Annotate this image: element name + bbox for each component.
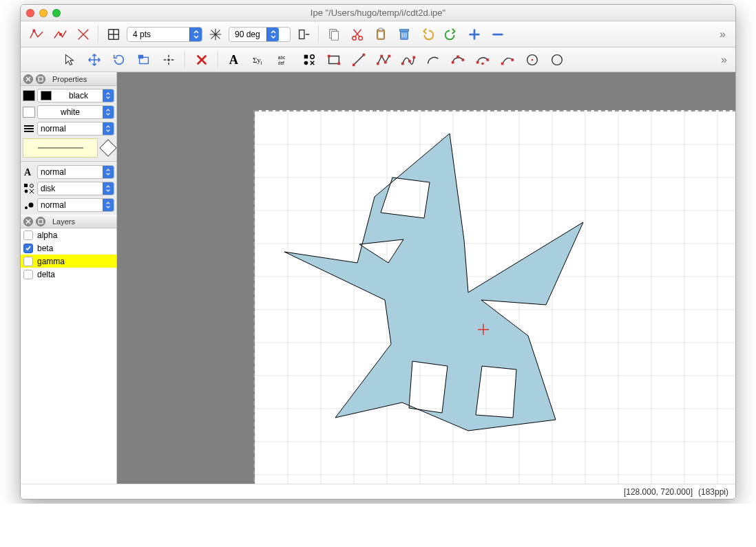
paste-button[interactable] bbox=[370, 25, 391, 44]
svg-point-59 bbox=[25, 206, 28, 209]
angle-snap-value: 90 deg bbox=[229, 30, 266, 39]
delete-object-button[interactable] bbox=[191, 50, 212, 69]
move-mode-button[interactable] bbox=[84, 50, 105, 69]
stroke-color-swatch[interactable] bbox=[23, 90, 35, 101]
svg-point-58 bbox=[25, 190, 28, 193]
toolbar-separator bbox=[218, 51, 219, 69]
undo-button[interactable] bbox=[417, 25, 438, 44]
math-label-button[interactable]: Σyi bbox=[249, 50, 270, 69]
angle-snap-select[interactable]: 90 deg bbox=[229, 27, 291, 42]
line-style-select[interactable]: normal bbox=[37, 122, 114, 136]
svg-point-49 bbox=[552, 54, 563, 65]
mark-shape-select[interactable]: disk bbox=[37, 182, 114, 195]
dropdown-arrow-icon bbox=[266, 28, 279, 41]
mark-button[interactable] bbox=[299, 50, 319, 69]
mark-size-value: normal bbox=[38, 200, 103, 210]
layer-name-label: gamma bbox=[37, 257, 65, 266]
status-coordinates: [128.000, 720.000] bbox=[624, 487, 693, 497]
app-window: Ipe "/Users/hugo/temp/i/cdt2d.ipe" 4 pts… bbox=[20, 4, 736, 500]
snap-auto-angular-button[interactable] bbox=[293, 25, 314, 44]
svg-line-29 bbox=[354, 54, 364, 65]
paragraph-button[interactable]: abcdef bbox=[274, 50, 295, 69]
arc-3points-button[interactable] bbox=[448, 50, 468, 69]
layer-name-label: delta bbox=[37, 270, 55, 279]
line-button[interactable] bbox=[348, 50, 369, 69]
panel-close-button[interactable] bbox=[23, 217, 33, 226]
canvas-svg bbox=[255, 111, 735, 484]
dropdown-arrow-icon bbox=[189, 28, 202, 41]
panel-popout-button[interactable] bbox=[36, 217, 45, 226]
layer-visibility-checkbox[interactable] bbox=[23, 270, 33, 279]
properties-panel: black white normal bbox=[21, 86, 116, 215]
spline-button[interactable] bbox=[398, 50, 419, 69]
status-bar: [128.000, 720.000] (183ppi) bbox=[21, 484, 735, 499]
svg-rect-4 bbox=[300, 30, 304, 39]
svg-point-60 bbox=[29, 203, 34, 208]
line-style-icon bbox=[23, 123, 35, 134]
layer-visibility-checkbox[interactable] bbox=[23, 244, 33, 253]
mode-toolbar-overflow-button[interactable]: » bbox=[717, 54, 731, 66]
rectangle-button[interactable] bbox=[324, 50, 344, 69]
status-ppi: (183ppi) bbox=[698, 487, 728, 497]
layer-row[interactable]: beta bbox=[21, 242, 116, 255]
text-style-value: normal bbox=[38, 167, 103, 177]
copy-button[interactable] bbox=[324, 25, 344, 44]
snap-angular-button[interactable] bbox=[205, 25, 226, 44]
svg-point-17 bbox=[167, 58, 170, 61]
mark-size-select[interactable]: normal bbox=[37, 198, 114, 212]
zoom-out-button[interactable] bbox=[487, 25, 508, 44]
text-style-select[interactable]: normal bbox=[37, 165, 114, 179]
svg-rect-11 bbox=[379, 28, 383, 30]
snap-intersection-button[interactable] bbox=[73, 25, 94, 44]
titlebar: Ipe "/Users/hugo/temp/i/cdt2d.ipe" bbox=[21, 5, 735, 21]
svg-rect-50 bbox=[39, 77, 43, 81]
cut-button[interactable] bbox=[347, 25, 368, 44]
arc-center-button[interactable] bbox=[472, 50, 493, 69]
layers-panel-header: Layers bbox=[21, 215, 116, 228]
svg-rect-16 bbox=[138, 54, 143, 58]
polygon-shape[interactable] bbox=[284, 133, 583, 431]
layer-row[interactable]: gamma bbox=[21, 255, 116, 268]
svg-rect-37 bbox=[408, 60, 411, 63]
redo-button[interactable] bbox=[441, 25, 461, 44]
layer-name-label: alpha bbox=[37, 230, 57, 240]
fill-color-select[interactable]: white bbox=[37, 105, 114, 119]
fill-color-swatch[interactable] bbox=[23, 107, 35, 118]
text-label-button[interactable]: A bbox=[224, 50, 245, 69]
window-title: Ipe "/Users/hugo/temp/i/cdt2d.ipe" bbox=[21, 8, 735, 18]
snap-control-point-button[interactable] bbox=[50, 25, 70, 44]
stretch-mode-button[interactable] bbox=[134, 50, 154, 69]
svg-point-57 bbox=[30, 184, 34, 188]
zoom-in-button[interactable] bbox=[464, 25, 485, 44]
svg-rect-27 bbox=[328, 54, 330, 57]
circle-center-button[interactable] bbox=[522, 50, 543, 69]
panel-close-button[interactable] bbox=[23, 74, 33, 84]
circle-3points-button[interactable] bbox=[547, 50, 567, 69]
arc-button[interactable] bbox=[423, 50, 443, 69]
snap-vertex-button[interactable] bbox=[26, 25, 47, 44]
toolbar-overflow-button[interactable]: » bbox=[715, 28, 730, 41]
svg-rect-61 bbox=[39, 219, 43, 224]
pan-mode-button[interactable] bbox=[158, 50, 179, 69]
layer-row[interactable]: delta bbox=[21, 268, 116, 281]
dropdown-arrow-icon bbox=[103, 106, 114, 118]
svg-point-25 bbox=[304, 61, 308, 65]
rotate-mode-button[interactable] bbox=[109, 50, 129, 69]
delete-button[interactable] bbox=[394, 25, 414, 44]
layer-row[interactable]: alpha bbox=[21, 228, 116, 242]
layer-visibility-checkbox[interactable] bbox=[23, 230, 33, 240]
snap-grid-button[interactable] bbox=[103, 25, 124, 44]
stroke-color-select[interactable]: black bbox=[37, 89, 114, 103]
arc-tangent-button[interactable] bbox=[497, 50, 518, 69]
sidebar: Properties black white bbox=[21, 72, 117, 484]
toolbar-separator bbox=[185, 51, 186, 69]
select-mode-button[interactable] bbox=[59, 50, 80, 69]
line-preview[interactable] bbox=[23, 138, 98, 158]
arrow-style-button[interactable] bbox=[99, 139, 116, 156]
layer-visibility-checkbox[interactable] bbox=[23, 257, 33, 266]
polyline-button[interactable] bbox=[373, 50, 394, 69]
canvas-area[interactable] bbox=[117, 72, 735, 484]
panel-popout-button[interactable] bbox=[36, 74, 45, 84]
drawing-page[interactable] bbox=[255, 110, 735, 484]
grid-spacing-select[interactable]: 4 pts bbox=[127, 27, 202, 42]
